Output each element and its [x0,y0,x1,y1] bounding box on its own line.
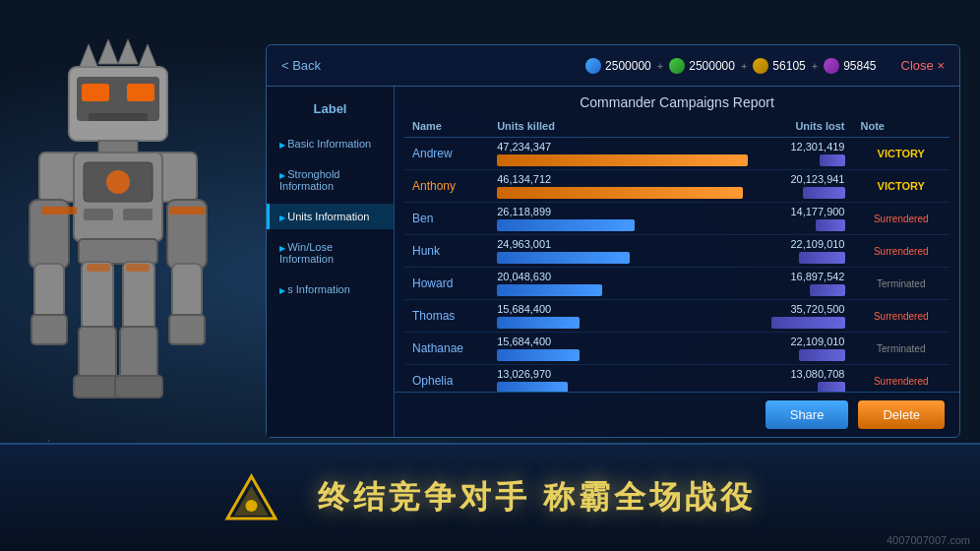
svg-rect-19 [34,264,64,318]
lost-cell: 14,177,900 [756,203,852,235]
svg-rect-24 [82,262,113,331]
table-row: Hunk 24,963,001 22,109,010 Surrendered [404,235,949,268]
note-cell: VICTORY [853,170,950,203]
svg-rect-23 [79,239,157,264]
delete-button[interactable]: Delete [858,400,945,429]
table-row: Howard 20,048,630 16,897,542 Terminated [404,268,949,300]
sidebar-item-stronghold[interactable]: Stronghold Information [267,161,394,199]
table-row: Thomas 15,684,400 35,720,500 Surrendered [404,300,949,333]
killed-cell: 20,048,630 [489,268,756,300]
svg-point-14 [106,170,130,194]
killed-cell: 15,684,400 [489,300,756,333]
lost-cell: 35,720,500 [756,300,852,333]
gems-icon [824,58,839,74]
col-note: Note [853,115,950,138]
header-bar: < Back 2500000 + 2500000 + 56105 + [267,45,959,87]
name-cell: Ophelia [404,365,489,393]
note-cell: Surrendered [853,235,950,268]
svg-rect-25 [123,262,154,331]
note-cell: Terminated [853,268,950,300]
campaigns-table: Name Units killed Units lost Note Andrew… [404,115,949,392]
sidebar: Label Basic Information Stronghold Infor… [267,87,395,437]
food-plus[interactable]: + [741,60,747,72]
svg-rect-29 [115,376,162,398]
water-value: 2500000 [605,59,651,73]
svg-marker-0 [79,44,98,69]
lost-cell: 22,109,010 [756,333,852,365]
note-surrendered: Surrendered [874,246,929,257]
table-row: Andrew 47,234,347 12,301,419 VICTORY [404,138,949,170]
gems-value: 95845 [843,59,876,73]
table-row: Ben 26,118,899 14,177,900 Surrendered [404,203,949,235]
name-cell: Ben [404,203,489,235]
note-cell: VICTORY [853,138,950,170]
killed-cell: 24,963,001 [489,235,756,268]
table-row: Anthony 46,134,712 20,123,941 VICTORY [404,170,949,203]
water-plus[interactable]: + [657,60,663,72]
lost-cell: 12,301,419 [756,138,852,170]
report-table[interactable]: Name Units killed Units lost Note Andrew… [395,115,959,392]
col-name: Name [404,115,489,138]
killed-cell: 46,134,712 [489,170,756,203]
table-row: Ophelia 13,026,970 13,080,708 Surrendere… [404,365,949,393]
bottom-watermark: 4007007007.com [887,534,970,546]
resource-gems: 95845 [824,58,876,74]
note-cell: Terminated [853,333,950,365]
svg-marker-1 [98,39,118,64]
resource-water: 2500000 [585,58,651,74]
note-surrendered: Surrendered [874,214,929,224]
gold-plus[interactable]: + [812,60,818,72]
bottom-banner: 终结竞争对手 称霸全场战役 4007007007.com [0,443,980,551]
lost-cell: 22,109,010 [756,235,852,268]
svg-rect-33 [126,264,150,272]
close-button[interactable]: Close × [901,58,945,73]
sidebar-item-winlose[interactable]: Win/Lose Information [267,234,394,272]
name-cell: Anthony [404,170,489,203]
sidebar-item-s[interactable]: s Information [267,276,394,302]
lost-cell: 16,897,542 [756,268,852,300]
svg-rect-22 [169,315,205,344]
robot-character [0,20,236,433]
note-cell: Surrendered [853,300,950,333]
svg-marker-2 [118,39,138,64]
name-cell: Hunk [404,235,489,268]
main-table-area: Commander Campaigns Report Name Units ki… [395,87,959,437]
note-victory: VICTORY [878,180,925,192]
food-icon [669,58,685,74]
resource-food: 2500000 [669,58,735,74]
resource-group: 2500000 + 2500000 + 56105 + 95845 [585,58,877,74]
svg-marker-3 [138,44,157,69]
svg-rect-26 [79,327,116,381]
col-killed: Units killed [489,115,756,138]
svg-rect-30 [41,207,77,214]
svg-rect-31 [169,207,205,214]
sidebar-label: Label [267,101,394,116]
dialog-panel: < Back 2500000 + 2500000 + 56105 + [266,44,960,438]
svg-rect-32 [87,264,110,272]
name-cell: Howard [404,268,489,300]
action-bar: Share Delete [395,392,959,437]
back-button[interactable]: < Back [281,58,321,73]
gold-icon [753,58,768,74]
sidebar-item-units[interactable]: Units Information [267,204,394,229]
table-row: Nathanae 15,684,400 22,109,010 Terminate… [404,333,949,365]
name-cell: Thomas [404,300,489,333]
note-cell: Surrendered [853,203,950,235]
report-title: Commander Campaigns Report [395,87,959,115]
svg-rect-7 [127,84,154,101]
name-cell: Nathanae [404,333,489,365]
killed-cell: 26,118,899 [489,203,756,235]
content-area: Label Basic Information Stronghold Infor… [267,87,959,437]
food-value: 2500000 [689,59,735,73]
sidebar-item-basic[interactable]: Basic Information [267,131,394,156]
col-lost: Units lost [756,115,852,138]
lost-cell: 20,123,941 [756,170,852,203]
killed-cell: 47,234,347 [489,138,756,170]
note-surrendered: Surrendered [874,376,929,387]
lost-cell: 13,080,708 [756,365,852,393]
water-icon [585,58,601,74]
svg-rect-6 [82,84,109,101]
note-terminated: Terminated [877,343,925,354]
share-button[interactable]: Share [766,400,849,429]
resource-gold: 56105 [753,58,805,74]
